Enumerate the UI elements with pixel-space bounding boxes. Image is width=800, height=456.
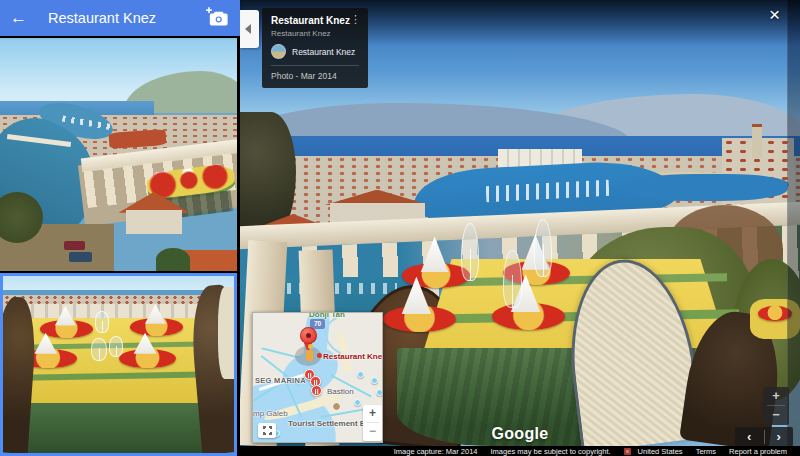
map-pin-dot (306, 333, 311, 338)
wine-glass (109, 336, 123, 357)
photo-info-card: Restaurant Knez ⋮ Restaurant Knez Restau… (262, 8, 368, 88)
map-label-park: Donji Tan (309, 312, 345, 319)
zoom-in-button[interactable]: + (763, 387, 789, 405)
expand-map-button[interactable] (258, 423, 276, 438)
close-icon: × (769, 4, 780, 25)
map-place-text: Restaurant Knez (323, 352, 383, 361)
terms-link[interactable]: Terms (696, 447, 716, 456)
sidebar: ← Restaurant Knez (0, 0, 240, 456)
fullscreen-icon-mask (266, 424, 269, 437)
map-zoom-in-button[interactable]: + (363, 405, 382, 422)
house (126, 210, 183, 233)
card-divider (271, 65, 359, 66)
photo-owner-link[interactable]: Restaurant Knez (271, 44, 359, 59)
owner-avatar (271, 44, 286, 59)
beach-poi-icon[interactable] (354, 399, 361, 406)
image-thumbnail-icon (624, 448, 631, 455)
more-options-button[interactable]: ⋮ (347, 13, 364, 25)
lodging-poi-icon[interactable] (332, 402, 341, 411)
next-photo-button[interactable]: › (765, 427, 794, 447)
copyright-notice: Images may be subject to copyright. (491, 447, 611, 456)
back-arrow-icon: ← (10, 8, 27, 27)
owner-name: Restaurant Knez (292, 47, 355, 57)
car (69, 252, 93, 261)
add-photo-button[interactable] (206, 7, 230, 29)
place-title: Restaurant Knez (48, 10, 206, 26)
map-zoom-control: + − (363, 405, 382, 441)
map-label-marina: SEG MARINA (255, 376, 306, 385)
restaurant-poi-icon (317, 353, 322, 358)
photo-zoom-control: + − (763, 387, 789, 425)
photo-nav-control: ‹ › (735, 427, 793, 447)
collapse-sidebar-button[interactable] (240, 10, 259, 48)
chevron-right-icon: › (777, 429, 781, 444)
map-label-bastion: Bastion (327, 387, 354, 396)
beige-chair (218, 287, 234, 379)
restaurant-poi-icon[interactable] (311, 385, 322, 396)
map-zoom-out-button[interactable]: − (363, 423, 382, 440)
pegman-icon (308, 344, 313, 349)
river-channel (623, 174, 793, 201)
beach-poi-icon[interactable] (371, 377, 378, 384)
photo-subtitle: Restaurant Knez (271, 29, 359, 38)
thumbnail-photo-aerial[interactable] (0, 38, 237, 271)
photo-title: Restaurant Knez (271, 15, 359, 26)
photo-viewer-screen: ← Restaurant Knez (0, 0, 800, 456)
bush (156, 248, 189, 271)
camera-plus-icon (206, 7, 228, 26)
car (64, 241, 85, 250)
region-label: United States (638, 447, 683, 456)
pegman-icon (306, 350, 313, 361)
attribution-bar: Image capture: Mar 2014 Images may be su… (240, 446, 800, 456)
tablecloth-skirt (12, 403, 227, 453)
map-label-settlement: Tourist Settlement E (288, 419, 365, 428)
wine-glass (95, 311, 109, 332)
church-tower (752, 127, 762, 158)
map-road (261, 347, 299, 358)
beach-poi-icon[interactable] (357, 371, 364, 378)
minimap[interactable]: Donji Tan 70 Restaurant Knez SEG MARINA … (252, 312, 383, 443)
photo-viewer-main: Restaurant Knez ⋮ Restaurant Knez Restau… (240, 0, 800, 456)
thumbnail-photo-terrace-selected[interactable] (0, 273, 237, 456)
close-button[interactable]: × (769, 4, 780, 26)
more-vertical-icon: ⋮ (350, 13, 361, 25)
image-capture-date: Image capture: Mar 2014 (394, 447, 478, 456)
report-problem-link[interactable]: Report a problem (729, 447, 787, 456)
zoom-out-button[interactable]: − (763, 406, 789, 424)
map-label-place: Restaurant Knez (317, 352, 383, 361)
chevron-left-icon: ‹ (747, 429, 751, 444)
back-button[interactable]: ← (10, 0, 34, 36)
panorama-edge (787, 0, 800, 446)
previous-photo-button[interactable]: ‹ (735, 427, 764, 447)
wine-glass (91, 338, 107, 361)
photo-date: Photo - Mar 2014 (271, 71, 359, 81)
left-triangle-icon (245, 24, 251, 34)
map-label-camp: mp Galeb (253, 409, 288, 418)
sidebar-header: ← Restaurant Knez (0, 0, 240, 36)
beach-poi-icon[interactable] (376, 389, 383, 396)
google-logo: Google (492, 425, 549, 443)
wine-glass (534, 219, 552, 277)
